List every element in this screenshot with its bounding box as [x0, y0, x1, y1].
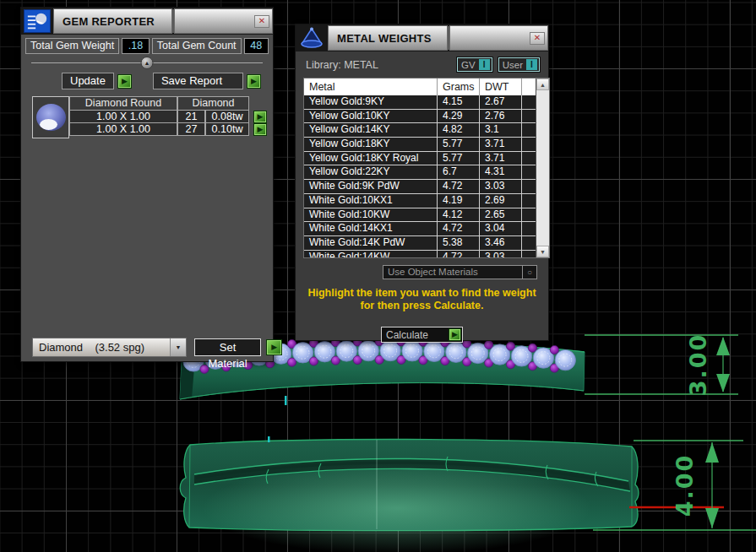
radio-circle-icon[interactable]: ○	[522, 266, 536, 279]
metal-weights-titlebar[interactable]: METAL WEIGHTS ✕	[296, 24, 548, 51]
calculate-run-icon[interactable]: ▶	[449, 328, 461, 341]
diamond-stone	[336, 341, 356, 361]
gem-size-cell: 1.00 X 1.00	[69, 122, 177, 136]
grams-cell: 6.7	[438, 165, 480, 179]
calculate-label: Calculate	[382, 329, 449, 341]
row-spacer	[522, 208, 536, 222]
diamond-stone	[511, 346, 531, 366]
table-row[interactable]: White Gold:10KW4.122.65	[304, 208, 536, 223]
user-label: User	[499, 60, 526, 70]
update-button[interactable]: Update	[62, 73, 114, 89]
table-row[interactable]: White Gold:14K PdW5.383.46	[304, 236, 536, 251]
gem-preview-cell[interactable]	[32, 96, 69, 138]
table-row[interactable]: Yellow Gold:10KY4.292.76	[304, 110, 536, 124]
dimension-value: 3.00	[685, 333, 711, 397]
close-icon[interactable]: ✕	[254, 15, 269, 28]
diamond-stone	[468, 343, 488, 363]
collapse-icon[interactable]: ▲	[141, 57, 154, 69]
gem-reporter-titlebar[interactable]: GEM REPORTER ✕	[21, 8, 273, 35]
save-report-button[interactable]: Save Report	[153, 73, 243, 89]
table-row[interactable]: White Gold:10KX14.192.69	[304, 194, 536, 208]
diamond-stone	[533, 348, 553, 368]
titlebar-surface: GEM REPORTER	[53, 8, 172, 34]
scroll-down-icon[interactable]: ▼	[536, 246, 549, 257]
collapse-divider: ▲	[31, 56, 263, 70]
accent-stone	[506, 360, 514, 369]
row-spacer	[522, 251, 536, 257]
grams-cell: 5.38	[438, 236, 480, 250]
3d-viewport[interactable]: 3.00 4.00 GEM REPORTER	[0, 0, 756, 552]
gem-table: Diamond Round Diamond 1.00 X 1.00210.08t…	[32, 96, 273, 138]
header-spacer	[249, 96, 267, 111]
table-scrollbar[interactable]: ▲ ▼	[536, 78, 549, 257]
grams-cell: 4.72	[438, 180, 480, 193]
diamond-stone	[292, 343, 313, 363]
chevron-down-icon[interactable]: ▼	[170, 338, 186, 356]
metal-name-cell: Yellow Gold:14KY	[304, 123, 438, 137]
gem-grid: Diamond Round Diamond 1.00 X 1.00210.08t…	[69, 96, 267, 136]
set-material-run-icon[interactable]: ▶	[266, 339, 282, 355]
gem-weight-cell: 0.08tw	[205, 110, 249, 123]
table-row[interactable]: Yellow Gold:22KY6.74.31	[304, 165, 536, 180]
calculate-button[interactable]: Calculate ▶	[381, 327, 463, 343]
grams-cell: 4.19	[438, 194, 480, 208]
diamond-facet-detail	[471, 347, 484, 360]
row-run-icon[interactable]: ▶	[253, 111, 267, 123]
row-spacer	[522, 165, 536, 179]
set-material-button[interactable]: Set Material	[194, 338, 261, 356]
use-object-materials-label: Use Object Materials	[383, 266, 522, 279]
row-spacer	[522, 123, 536, 137]
dwt-cell: 3.71	[480, 138, 522, 151]
dwt-cell: 3.03	[480, 180, 522, 193]
material-dropdown[interactable]: Diamond (3.52 spg) ▼	[32, 338, 187, 357]
total-gem-weight-label: Total Gem Weight	[25, 38, 119, 54]
row-run-icon[interactable]: ▶	[253, 123, 267, 136]
accent-stone	[550, 345, 558, 354]
metal-name-cell: White Gold:9K PdW	[304, 180, 438, 193]
instruction-line-2: for then press Calculate.	[296, 300, 548, 312]
diamond-facet-detail	[318, 345, 331, 358]
grams-cell: 4.72	[438, 251, 480, 257]
use-object-materials-dropdown[interactable]: Use Object Materials ○	[383, 265, 537, 279]
instruction-line-1: Highlight the item you want to find the …	[296, 287, 548, 300]
diamond-facet-detail	[515, 349, 528, 362]
diamond-stone	[489, 344, 509, 365]
metal-name-cell: White Gold:14K PdW	[304, 236, 438, 250]
window-title: GEM REPORTER	[54, 15, 155, 28]
gem-column-header: Diamond	[177, 96, 249, 111]
metal-grid: Metal Grams DWT Yellow Gold:9KY4.152.67Y…	[304, 78, 536, 257]
gv-toggle-button[interactable]: GV I	[457, 57, 492, 72]
accent-stone	[506, 342, 514, 350]
gem-row-action: ▶	[249, 122, 267, 136]
dwt-cell: 3.04	[480, 222, 522, 235]
total-gem-count-label: Total Gem Count	[152, 38, 242, 54]
metal-name-cell: Yellow Gold:9KY	[304, 95, 438, 109]
gem-reporter-icon	[21, 8, 53, 35]
table-row[interactable]: White Gold:9K PdW4.723.03	[304, 180, 536, 194]
scroll-up-icon[interactable]: ▲	[536, 78, 549, 90]
accent-stone	[463, 358, 471, 366]
save-report-run-icon[interactable]: ▶	[247, 74, 261, 89]
cyan-tick	[285, 396, 287, 405]
diamond-stone	[380, 340, 400, 360]
dwt-cell: 3.71	[480, 152, 522, 165]
gem-totals-row: Total Gem Weight .18 Total Gem Count 48	[25, 38, 269, 54]
titlebar-surface: METAL WEIGHTS	[328, 25, 448, 51]
table-row[interactable]: Yellow Gold:14KY4.823.1	[304, 123, 536, 138]
close-icon[interactable]: ✕	[530, 32, 545, 45]
update-run-icon[interactable]: ▶	[117, 74, 132, 89]
table-row[interactable]: Yellow Gold:18KY Royal5.773.71	[304, 152, 536, 166]
table-row[interactable]: Yellow Gold:18KY5.773.71	[304, 138, 536, 152]
window-title: METAL WEIGHTS	[329, 32, 432, 45]
user-indicator: I	[526, 59, 537, 70]
table-row[interactable]: White Gold:14KW4.723.03	[304, 251, 536, 257]
metal-name-cell: White Gold:10KX1	[304, 194, 438, 208]
row-spacer	[522, 152, 536, 165]
gem-weight-cell: 0.10tw	[205, 122, 249, 136]
table-row[interactable]: Yellow Gold:9KY4.152.67	[304, 95, 536, 110]
material-dropdown-value: Diamond (3.52 spg)	[33, 338, 170, 356]
user-toggle-button[interactable]: User I	[498, 57, 540, 72]
table-row[interactable]: White Gold:14KX14.723.04	[304, 222, 536, 236]
library-row: Library: METAL GV I User I	[306, 57, 540, 72]
diamond-stone	[446, 342, 466, 362]
